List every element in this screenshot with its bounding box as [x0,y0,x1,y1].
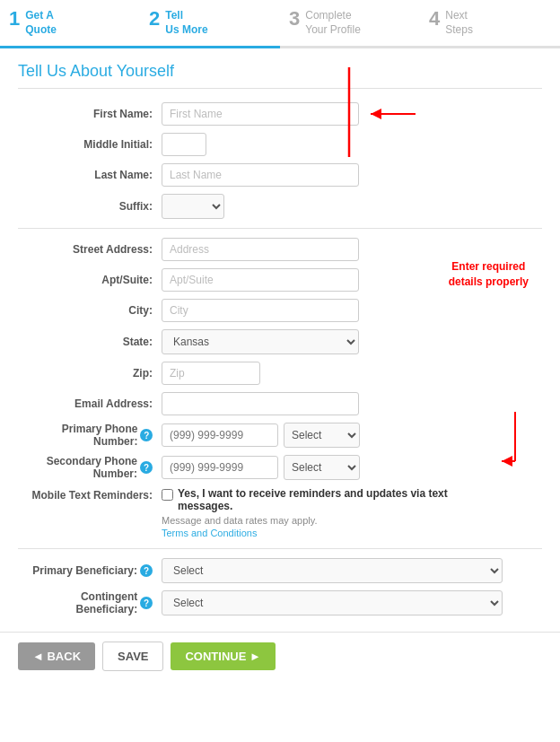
zip-control [162,362,359,385]
primary-phone-row: Primary Phone Number: ? Select Home Mobi… [18,423,542,448]
primary-phone-input[interactable] [162,423,278,447]
city-label: City: [18,304,162,317]
contingent-beneficiary-control: Select Spouse Child Parent [162,590,503,615]
step-3[interactable]: 3 CompleteYour Profile [280,9,420,48]
middle-initial-control [162,133,359,156]
terms-and-conditions-link[interactable]: Terms and Conditions [162,528,257,538]
reminders-content: Yes, I want to receive reminders and upd… [162,487,467,539]
last-name-row: Last Name: [18,163,542,187]
street-address-label: Street Address: [18,243,162,256]
step-4[interactable]: 4 NextSteps [420,9,560,48]
contingent-beneficiary-info-icon[interactable]: ? [140,597,153,609]
secondary-phone-row: Secondary PhoneNumber: ? Select Home Mob… [18,455,542,480]
form-area: First Name: Middle Initial: [18,102,542,615]
reminders-checkbox[interactable] [162,489,173,501]
primary-phone-label-text: Primary Phone Number: [18,423,137,448]
step-1-label: Get AQuote [25,9,57,37]
suffix-control: Jr. Sr. II III [162,194,359,219]
middle-initial-input[interactable] [162,133,206,156]
email-label: Email Address: [18,397,162,410]
suffix-row: Suffix: Jr. Sr. II III [18,194,542,219]
secondary-phone-info-icon[interactable]: ? [140,461,153,474]
mobile-reminders-row: Mobile Text Reminders: Yes, I want to re… [18,487,542,539]
middle-initial-label: Middle Initial: [18,138,162,151]
city-row: City: Enter requireddetails properly [18,299,542,322]
secondary-phone-label: Secondary PhoneNumber: ? [18,455,162,480]
zip-label: Zip: [18,367,162,380]
section-title: Tell Us About Yourself [18,62,542,89]
divider-1 [18,228,542,229]
step-4-number: 4 [429,9,440,29]
step-2-number: 2 [149,9,160,29]
last-name-control [162,163,359,187]
continue-button[interactable]: CONTINUE ► [171,642,275,670]
street-address-control [162,238,359,261]
secondary-phone-label-text: Secondary PhoneNumber: [47,455,137,480]
middle-initial-row: Middle Initial: [18,133,542,156]
primary-phone-type-select[interactable]: Select Home Mobile Work [284,423,360,448]
street-address-input[interactable] [162,238,359,261]
annotation-text: Enter requireddetails properly [449,259,529,290]
zip-input[interactable] [162,362,260,385]
step-1[interactable]: 1 Get AQuote [0,9,140,48]
reminders-subtext: Message and data rates may apply. [162,515,467,526]
contingent-beneficiary-row: Contingent Beneficiary: ? Select Spouse … [18,590,542,615]
city-input[interactable] [162,299,359,322]
primary-phone-label: Primary Phone Number: ? [18,423,162,448]
contingent-beneficiary-label-text: Contingent Beneficiary: [18,590,137,615]
last-name-input[interactable] [162,163,359,187]
state-select[interactable]: Kansas Alabama Alaska Arizona California… [162,329,359,354]
secondary-phone-input[interactable] [162,456,278,479]
last-name-label: Last Name: [18,169,162,181]
step-3-label: CompleteYour Profile [305,9,361,37]
step-1-number: 1 [9,9,20,29]
contingent-beneficiary-label: Contingent Beneficiary: ? [18,590,162,615]
first-name-label: First Name: [18,108,162,120]
suffix-label: Suffix: [18,200,162,213]
step-2-label: TellUs More [165,9,207,37]
apt-suite-control [162,268,359,292]
secondary-phone-type-select[interactable]: Select Home Mobile Work [284,455,360,480]
progress-bar: 1 Get AQuote 2 TellUs More 3 CompleteYou… [0,0,560,48]
save-button[interactable]: SAVE [102,642,163,671]
email-control [162,392,359,415]
first-name-row: First Name: [18,102,542,126]
first-name-control [162,102,359,126]
primary-beneficiary-info-icon[interactable]: ? [140,564,153,577]
first-name-input[interactable] [162,102,359,126]
step-3-number: 3 [289,9,300,29]
arrow-annotation-1 [366,105,420,123]
apt-suite-input[interactable] [162,268,359,292]
mobile-reminders-label: Mobile Text Reminders: [18,487,162,502]
divider-2 [18,548,542,549]
back-button[interactable]: ◄ BACK [18,642,95,670]
zip-row: Zip: [18,362,542,385]
email-row: Email Address: [18,392,542,415]
primary-beneficiary-select[interactable]: Select Spouse Child Parent [162,558,503,583]
primary-beneficiary-control: Select Spouse Child Parent [162,558,503,583]
arrow-annotation-2 [502,412,529,477]
reminders-text: Yes, I want to receive reminders and upd… [178,487,467,512]
primary-beneficiary-label: Primary Beneficiary: ? [18,564,162,577]
state-label: State: [18,336,162,348]
street-address-row: Street Address: [18,238,542,261]
contingent-beneficiary-select[interactable]: Select Spouse Child Parent [162,590,503,615]
reminders-check-row: Yes, I want to receive reminders and upd… [162,487,467,512]
secondary-phone-group: Select Home Mobile Work [162,455,360,480]
apt-suite-label: Apt/Suite: [18,274,162,286]
suffix-select[interactable]: Jr. Sr. II III [162,194,224,219]
button-row: ◄ BACK SAVE CONTINUE ► [0,632,560,680]
primary-phone-info-icon[interactable]: ? [140,429,153,441]
state-row: State: Kansas Alabama Alaska Arizona Cal… [18,329,542,354]
step-2[interactable]: 2 TellUs More [140,9,280,48]
state-control: Kansas Alabama Alaska Arizona California… [162,329,359,354]
primary-beneficiary-label-text: Primary Beneficiary: [32,564,137,577]
city-control [162,299,359,322]
main-content: Tell Us About Yourself First Name: [0,48,560,632]
primary-beneficiary-row: Primary Beneficiary: ? Select Spouse Chi… [18,558,542,583]
step-4-label: NextSteps [445,9,473,37]
primary-phone-group: Select Home Mobile Work [162,423,360,448]
email-input[interactable] [162,392,359,415]
